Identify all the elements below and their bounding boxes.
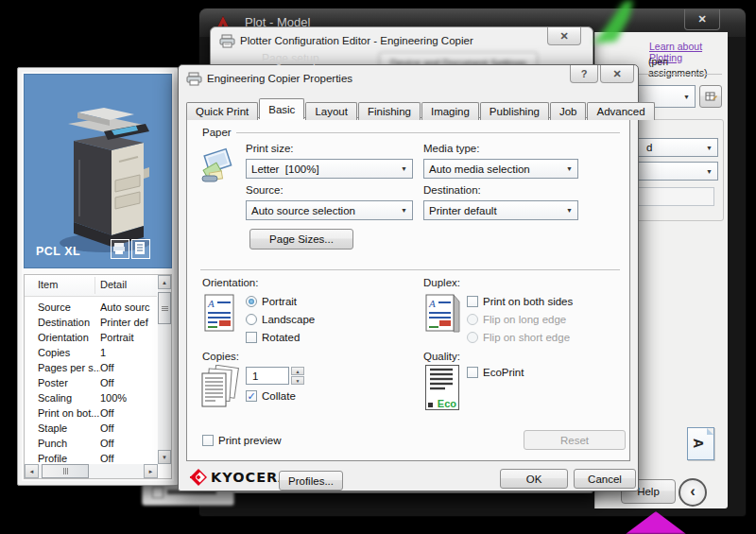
section-divider bbox=[200, 269, 620, 270]
media-type-value: Auto media selection bbox=[429, 164, 530, 175]
properties-dialog: Engineering Copier Properties ? ✕ Quick … bbox=[178, 64, 639, 491]
tab-quick-print[interactable]: Quick Print bbox=[186, 102, 258, 120]
copies-group-label: Copies: bbox=[202, 351, 239, 362]
cancel-button[interactable]: Cancel bbox=[574, 469, 636, 489]
print-size-dropdown[interactable]: Letter [100%] ▼ bbox=[246, 159, 413, 179]
chevron-down-icon: ▼ bbox=[566, 207, 573, 214]
tab-finishing[interactable]: Finishing bbox=[358, 102, 421, 120]
scroll-down-button[interactable]: ▼ bbox=[158, 450, 171, 464]
spinner-down-button[interactable]: ▼ bbox=[291, 376, 304, 385]
collate-checkbox[interactable]: ✓ bbox=[246, 390, 257, 402]
kyocera-logo-icon bbox=[190, 469, 207, 490]
paper-groupline bbox=[236, 132, 620, 133]
orientation-group-label: Orientation: bbox=[202, 277, 258, 288]
print-preview-checkbox[interactable] bbox=[202, 435, 214, 446]
reset-button[interactable]: Reset bbox=[524, 430, 626, 450]
source-label: Source: bbox=[246, 184, 284, 196]
scroll-left-button[interactable]: ◄ bbox=[25, 464, 39, 478]
copies-icon bbox=[198, 365, 242, 414]
scroll-up-button[interactable]: ▲ bbox=[158, 275, 171, 289]
collate-label: Collate bbox=[262, 390, 296, 402]
print-preview-option[interactable]: Print preview bbox=[202, 435, 281, 446]
scroll-right-button[interactable]: ► bbox=[144, 464, 158, 478]
duplex-icon: A bbox=[425, 294, 461, 337]
detail-header[interactable]: Detail bbox=[100, 279, 127, 290]
screen: Plot - Model ✕ Learn about Plotting (pen… bbox=[0, 0, 756, 534]
tab-basic[interactable]: Basic bbox=[259, 98, 304, 119]
properties-close-button[interactable]: ✕ bbox=[600, 65, 634, 83]
copies-count-field[interactable]: 1 bbox=[246, 367, 289, 385]
table-rows: SourceAuto sourc DestinationPrinter def … bbox=[25, 300, 157, 466]
page-fold bbox=[707, 428, 713, 435]
collapse-panel-button[interactable]: ‹ bbox=[679, 478, 707, 507]
landscape-radio[interactable] bbox=[246, 314, 257, 325]
properties-help-button[interactable]: ? bbox=[570, 65, 598, 83]
rotated-checkbox[interactable] bbox=[246, 332, 257, 343]
ecoprint-checkbox[interactable] bbox=[467, 367, 478, 378]
copies-count-value: 1 bbox=[252, 370, 258, 382]
table-row[interactable]: Scaling100% bbox=[25, 390, 157, 405]
chevron-down-icon: ▼ bbox=[706, 145, 713, 151]
hscroll-thumb[interactable] bbox=[42, 464, 89, 478]
print-both-sides-label: Print on both sides bbox=[483, 296, 573, 307]
tab-publishing[interactable]: Publishing bbox=[480, 102, 549, 120]
printer-icon bbox=[219, 34, 235, 52]
tab-layout[interactable]: Layout bbox=[305, 102, 357, 120]
mini-document-icon bbox=[132, 240, 147, 256]
copies-spinner: ▲ ▼ bbox=[291, 367, 304, 385]
driver-name-label: PCL XL bbox=[36, 245, 80, 258]
ok-button[interactable]: OK bbox=[500, 469, 568, 489]
media-type-dropdown[interactable]: Auto media selection ▼ bbox=[423, 159, 578, 179]
vscroll-thumb[interactable] bbox=[158, 292, 171, 324]
flip-short-edge-option: Flip on short edge bbox=[467, 332, 570, 343]
rotated-option[interactable]: Rotated bbox=[246, 332, 300, 343]
portrait-radio[interactable] bbox=[246, 296, 257, 307]
edit-plot-style-button[interactable] bbox=[699, 85, 722, 108]
source-dropdown[interactable]: Auto source selection ▼ bbox=[246, 200, 413, 220]
table-row[interactable]: StapleOff bbox=[25, 421, 157, 436]
page-sizes-button[interactable]: Page Sizes... bbox=[249, 229, 353, 250]
flip-short-edge-radio bbox=[467, 332, 478, 343]
chevron-down-icon: ▼ bbox=[401, 165, 407, 172]
ecoprint-label: EcoPrint bbox=[483, 367, 524, 378]
table-row[interactable]: Print on bot...Off bbox=[25, 405, 157, 421]
thumb-grip bbox=[162, 306, 168, 311]
flip-long-edge-option: Flip on long edge bbox=[467, 314, 566, 325]
table-row[interactable]: SourceAuto sourc bbox=[25, 300, 157, 315]
chevron-down-icon: ▼ bbox=[401, 207, 407, 214]
mini-printer-icon bbox=[112, 240, 127, 256]
table-row[interactable]: PunchOff bbox=[25, 436, 157, 451]
properties-dialog-title: Engineering Copier Properties bbox=[207, 73, 352, 84]
item-header[interactable]: Item bbox=[38, 279, 58, 290]
print-both-sides-checkbox[interactable] bbox=[467, 296, 478, 307]
ecoprint-option[interactable]: EcoPrint bbox=[467, 367, 524, 378]
tab-advanced[interactable]: Advanced bbox=[587, 102, 654, 120]
rotated-label: Rotated bbox=[262, 332, 300, 343]
table-row[interactable]: OrientationPortrait bbox=[25, 330, 157, 345]
table-row[interactable]: DestinationPrinter def bbox=[25, 315, 157, 330]
thumb-grip bbox=[63, 468, 68, 474]
landscape-option[interactable]: Landscape bbox=[246, 314, 315, 325]
spinner-up-button[interactable]: ▲ bbox=[291, 367, 304, 375]
print-size-value: Letter [100%] bbox=[251, 164, 319, 175]
collate-option[interactable]: ✓ Collate bbox=[246, 390, 296, 402]
destination-dropdown[interactable]: Printer default ▼ bbox=[423, 200, 578, 220]
eco-bullet bbox=[428, 403, 433, 407]
collapse-left-icon: ‹ bbox=[690, 482, 696, 501]
table-row[interactable]: Copies1 bbox=[25, 345, 157, 360]
drawing-orientation-icon: A bbox=[687, 427, 714, 460]
portrait-option[interactable]: Portrait bbox=[246, 296, 297, 307]
table-row[interactable]: PosterOff bbox=[25, 375, 157, 390]
profiles-button[interactable]: Profiles... bbox=[279, 471, 343, 491]
tab-imaging[interactable]: Imaging bbox=[421, 102, 479, 120]
print-both-sides-option[interactable]: Print on both sides bbox=[467, 296, 573, 307]
plot-close-button[interactable]: ✕ bbox=[684, 9, 720, 30]
tab-job[interactable]: Job bbox=[550, 102, 587, 120]
table-row[interactable]: Pages per s...Off bbox=[25, 360, 157, 375]
settings-table: Item Detail SourceAuto sourc Destination… bbox=[24, 274, 172, 479]
flip-long-edge-radio bbox=[467, 314, 478, 325]
column-divider[interactable] bbox=[94, 277, 95, 294]
printer-info-icon-button[interactable] bbox=[111, 239, 129, 259]
paper-icon bbox=[200, 146, 236, 188]
page-info-icon-button[interactable] bbox=[131, 239, 150, 259]
